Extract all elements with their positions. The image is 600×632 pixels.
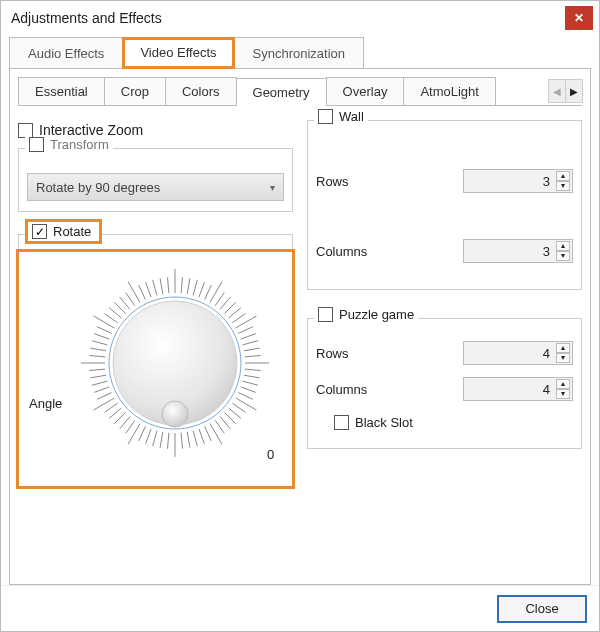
svg-line-40 [146,429,152,444]
wall-cols-value: 3 [472,244,552,259]
puzzle-checkbox[interactable] [318,307,333,322]
interactive-zoom-checkbox[interactable] [18,123,33,138]
svg-line-13 [239,327,254,334]
svg-line-50 [94,387,109,393]
tab-overlay[interactable]: Overlay [326,77,405,105]
right-column: Wall Rows 3 ▴ ▾ Columns [307,120,582,584]
puzzle-group: Puzzle game Rows 4 ▴ ▾ Columns [307,318,582,449]
svg-line-8 [220,297,230,309]
svg-line-65 [126,293,135,306]
wall-rows-down[interactable]: ▾ [556,181,570,191]
chevron-left-icon[interactable]: ◀ [548,79,566,103]
svg-line-4 [199,282,205,297]
svg-line-26 [229,408,241,418]
puzzle-cols-stepper[interactable]: 4 ▴ ▾ [463,377,573,401]
black-slot-checkbox[interactable] [334,415,349,430]
svg-line-58 [94,334,109,340]
svg-line-41 [139,426,146,441]
svg-line-31 [205,426,212,441]
wall-cols-down[interactable]: ▾ [556,251,570,261]
interactive-zoom-label: Interactive Zoom [39,122,143,138]
tab-colors[interactable]: Colors [165,77,237,105]
svg-line-33 [193,431,197,447]
svg-line-39 [153,431,157,447]
svg-line-38 [160,432,163,448]
svg-line-55 [90,356,106,357]
titlebar: Adjustments and Effects ✕ [1,1,599,35]
wall-header[interactable]: Wall [314,109,368,124]
transform-label: Transform [50,137,109,152]
tab-geometry[interactable]: Geometry [236,78,327,106]
puzzle-cols-row: Columns 4 ▴ ▾ [316,377,573,401]
angle-dial[interactable]: 0 [70,258,280,468]
wall-cols-up[interactable]: ▴ [556,241,570,251]
puzzle-cols-up[interactable]: ▴ [556,379,570,389]
angle-zero-label: 0 [267,447,274,462]
dialog-window: Adjustments and Effects ✕ Audio Effects … [0,0,600,632]
angle-label: Angle [29,396,62,411]
top-tabs: Audio Effects Video Effects Synchronizat… [9,37,591,69]
wall-cols-row: Columns 3 ▴ ▾ [316,239,573,263]
wall-rows-stepper[interactable]: 3 ▴ ▾ [463,169,573,193]
svg-line-59 [97,327,112,334]
close-button[interactable]: Close [497,595,587,623]
puzzle-rows-stepper[interactable]: 4 ▴ ▾ [463,341,573,365]
svg-line-44 [120,417,130,429]
rotate-header[interactable]: ✓ Rotate [25,219,102,244]
wall-rows-spinners: ▴ ▾ [556,171,570,191]
svg-line-22 [241,387,256,393]
transform-dropdown[interactable]: Rotate by 90 degrees ▾ [27,173,284,201]
svg-line-25 [233,403,246,412]
puzzle-cols-value: 4 [472,382,552,397]
tab-video-effects[interactable]: Video Effects [122,37,234,69]
black-slot-row[interactable]: Black Slot [334,413,573,432]
close-icon[interactable]: ✕ [565,6,593,30]
dial-svg [70,258,280,468]
svg-line-28 [220,417,230,429]
sub-tabs-row: Essential Crop Colors Geometry Overlay A… [18,77,582,106]
transform-checkbox[interactable] [29,137,44,152]
wall-checkbox[interactable] [318,109,333,124]
svg-line-71 [168,277,169,293]
svg-line-2 [187,278,190,294]
svg-line-27 [225,413,236,424]
puzzle-cols-spinners: ▴ ▾ [556,379,570,399]
transform-dropdown-value: Rotate by 90 degrees [36,180,160,195]
chevron-right-icon[interactable]: ▶ [565,79,583,103]
rotate-checkbox[interactable]: ✓ [32,224,47,239]
svg-line-15 [243,341,259,345]
svg-line-1 [181,277,182,293]
svg-line-34 [187,432,190,448]
tab-crop[interactable]: Crop [104,77,166,105]
puzzle-cols-down[interactable]: ▾ [556,389,570,399]
wall-rows-up[interactable]: ▴ [556,171,570,181]
svg-line-3 [193,280,197,296]
svg-line-57 [92,341,108,345]
tab-synchronization[interactable]: Synchronization [234,37,365,69]
rotate-label: Rotate [53,224,91,239]
svg-line-9 [225,302,236,313]
tab-atmolight[interactable]: AtmoLight [403,77,496,105]
svg-line-70 [160,278,163,294]
transform-header[interactable]: Transform [25,137,113,152]
svg-line-19 [245,369,261,370]
puzzle-rows-up[interactable]: ▴ [556,343,570,353]
svg-line-45 [114,413,125,424]
svg-line-29 [215,420,224,433]
puzzle-header[interactable]: Puzzle game [314,307,418,322]
svg-line-10 [229,308,241,318]
wall-cols-stepper[interactable]: 3 ▴ ▾ [463,239,573,263]
wall-group: Wall Rows 3 ▴ ▾ Columns [307,120,582,290]
video-effects-panel: Essential Crop Colors Geometry Overlay A… [9,69,591,585]
svg-line-63 [114,302,125,313]
puzzle-rows-down[interactable]: ▾ [556,353,570,363]
tab-audio-effects[interactable]: Audio Effects [9,37,123,69]
svg-line-21 [243,381,259,385]
tab-essential[interactable]: Essential [18,77,105,105]
svg-line-35 [181,433,182,449]
svg-line-61 [105,314,118,323]
wall-rows-value: 3 [472,174,552,189]
svg-line-23 [239,393,254,400]
svg-line-11 [233,314,246,323]
svg-line-56 [91,348,107,351]
